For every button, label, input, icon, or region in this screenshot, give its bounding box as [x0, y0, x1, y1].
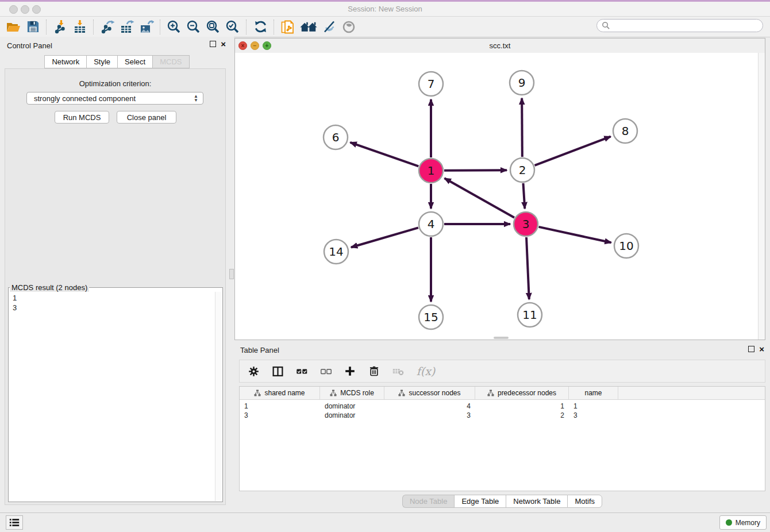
gear-icon[interactable] [245, 363, 261, 379]
network-window-titlebar[interactable]: × − + scc.txt [235, 38, 765, 53]
hide-graphics-details-icon[interactable] [319, 18, 339, 36]
graph-node-7[interactable]: 7 [419, 72, 443, 96]
panel-splitter-handle[interactable] [229, 269, 234, 279]
edge-3-11[interactable] [526, 237, 529, 299]
table-cell[interactable]: 1 [240, 402, 320, 410]
table-cell[interactable]: 3 [569, 411, 618, 419]
edge-1-6[interactable] [350, 142, 418, 167]
tab-edge-table[interactable]: Edge Table [454, 495, 506, 508]
graph-node-3[interactable]: 3 [514, 212, 538, 236]
mcds-result-group: MCDS result (2 nodes) 13 [8, 283, 223, 502]
column-header-predecessor-nodes[interactable]: predecessor nodes [475, 387, 569, 399]
save-session-icon[interactable] [23, 18, 43, 36]
mcds-result-item: 1 [13, 293, 215, 303]
deselect-checkboxes-icon[interactable] [318, 363, 334, 379]
mcds-result-scrollbar[interactable] [215, 292, 222, 501]
open-folder-icon[interactable] [3, 18, 23, 36]
table-cell[interactable]: 3 [240, 411, 320, 419]
tab-motifs[interactable]: Motifs [567, 495, 602, 508]
optimization-criterion-select[interactable]: strongly connected component ▲▼ [26, 92, 203, 105]
graph-node-4[interactable]: 4 [419, 212, 443, 236]
delete-column-icon[interactable] [366, 363, 382, 379]
show-column-panel-icon[interactable] [270, 363, 286, 379]
column-header-label: MCDS role [340, 389, 374, 397]
add-column-icon[interactable] [342, 363, 358, 379]
close-panel-icon[interactable]: × [221, 41, 226, 47]
graph-node-14[interactable]: 14 [324, 240, 348, 264]
graph-node-2[interactable]: 2 [510, 158, 534, 182]
tab-network-table[interactable]: Network Table [506, 495, 567, 508]
edge-2-3[interactable] [523, 183, 525, 209]
edge-2-9[interactable] [522, 98, 522, 157]
edge-4-14[interactable] [351, 228, 418, 247]
tab-network[interactable]: Network [44, 55, 86, 68]
memory-button[interactable]: Memory [719, 515, 767, 530]
graph-node-11[interactable]: 11 [518, 303, 542, 327]
close-panel-button[interactable]: Close panel [117, 111, 176, 124]
export-table-icon[interactable] [117, 18, 137, 36]
zoom-in-icon[interactable] [164, 18, 184, 36]
table-cell[interactable]: 3 [384, 411, 475, 419]
edge-3-10[interactable] [538, 227, 611, 242]
table-cell[interactable]: 2 [475, 411, 569, 419]
table-row[interactable]: 1dominator411 [240, 402, 765, 411]
table-cell[interactable]: dominator [320, 411, 384, 419]
table-cell[interactable]: 4 [384, 402, 475, 410]
show-graphics-details-icon[interactable] [339, 18, 359, 36]
optimization-criterion-value: strongly connected component [34, 94, 136, 103]
delete-table-icon[interactable] [390, 363, 406, 379]
float-panel-icon[interactable] [210, 41, 216, 47]
table-cell[interactable]: dominator [320, 402, 384, 410]
mcds-result-list[interactable]: 13 [9, 292, 215, 502]
svg-text:10: 10 [619, 239, 633, 253]
node-table: shared nameMCDS rolesuccessor nodesprede… [239, 386, 765, 491]
network-hscroll-thumb[interactable] [494, 337, 509, 339]
new-network-file-icon[interactable] [278, 18, 298, 36]
edge-1-2[interactable] [444, 170, 507, 171]
edge-2-8[interactable] [535, 137, 611, 165]
zoom-out-icon[interactable] [184, 18, 203, 36]
main-titlebar: Session: New Session [0, 2, 770, 17]
network-canvas[interactable]: 7968124314101511 [235, 53, 765, 340]
column-header-successor-nodes[interactable]: successor nodes [384, 387, 475, 399]
float-table-panel-icon[interactable] [748, 346, 754, 352]
column-header-label: name [584, 389, 602, 397]
column-header-name[interactable]: name [569, 387, 618, 399]
export-image-icon[interactable] [137, 18, 156, 36]
import-network-icon[interactable] [51, 18, 70, 36]
column-header-MCDS-role[interactable]: MCDS role [320, 387, 384, 399]
select-all-checkboxes-icon[interactable] [294, 363, 310, 379]
table-cell[interactable]: 1 [569, 402, 618, 410]
export-network-icon[interactable] [98, 18, 117, 36]
graph-node-9[interactable]: 9 [510, 71, 534, 95]
close-table-panel-icon[interactable]: × [759, 346, 764, 352]
table-cell[interactable]: 1 [475, 402, 569, 410]
refresh-icon[interactable] [251, 18, 270, 36]
graph-node-15[interactable]: 15 [419, 305, 443, 329]
search-input[interactable] [613, 21, 763, 30]
import-table-icon[interactable] [70, 18, 90, 36]
table-row[interactable]: 3dominator323 [240, 411, 765, 420]
home-network-icon[interactable] [298, 18, 319, 36]
tab-mcds[interactable]: MCDS [152, 55, 189, 68]
task-history-button[interactable] [6, 515, 23, 530]
edge-3-1[interactable] [445, 178, 514, 217]
table-panel-title: Table Panel [240, 346, 279, 354]
run-mcds-button[interactable]: Run MCDS [55, 111, 109, 124]
column-header-label: predecessor nodes [498, 389, 556, 397]
zoom-fit-icon[interactable] [203, 18, 223, 36]
tab-style[interactable]: Style [86, 55, 117, 68]
mcds-result-title: MCDS result (2 nodes) [10, 283, 89, 292]
tab-node-table[interactable]: Node Table [402, 495, 455, 508]
graph-node-6[interactable]: 6 [324, 125, 348, 149]
search-box[interactable] [596, 19, 763, 32]
graph-node-1[interactable]: 1 [419, 159, 443, 183]
graph-node-10[interactable]: 10 [614, 234, 638, 258]
svg-text:9: 9 [518, 76, 526, 90]
function-builder-icon[interactable]: f(x) [414, 363, 437, 379]
column-header-shared-name[interactable]: shared name [240, 387, 320, 399]
zoom-selected-icon[interactable] [223, 18, 242, 36]
network-vscrollbar[interactable] [758, 53, 765, 340]
tab-select[interactable]: Select [117, 55, 152, 68]
graph-node-8[interactable]: 8 [613, 119, 637, 143]
